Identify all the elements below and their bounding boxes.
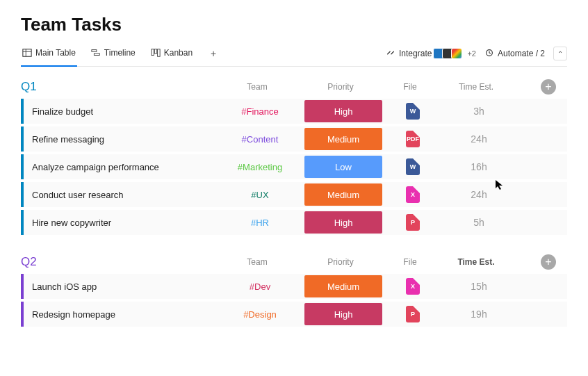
table-row[interactable]: Refine messaging#ContentMediumPDF24h xyxy=(21,126,567,152)
add-row-button[interactable]: + xyxy=(541,254,556,270)
task-name-cell[interactable]: Redesign homepage xyxy=(24,302,218,327)
column-header-file[interactable]: File xyxy=(382,82,438,92)
priority-pill: Medium xyxy=(304,183,382,206)
group-header: Q1TeamPriorityFileTime Est.+ xyxy=(21,76,567,99)
kanban-icon xyxy=(151,48,161,58)
table-row[interactable]: Analyze campaign performance#MarketingLo… xyxy=(21,154,567,179)
time-est-cell[interactable]: 24h xyxy=(441,182,517,207)
table-row[interactable]: Hire new copywriter#HRHighP5h xyxy=(21,210,567,235)
group-name[interactable]: Q1 xyxy=(21,80,215,94)
column-header-priority[interactable]: Priority xyxy=(299,82,382,92)
integrate-button[interactable]: Integrate +2 xyxy=(386,48,476,60)
integration-extra-count: +2 xyxy=(467,49,476,58)
priority-cell[interactable]: High xyxy=(302,99,385,124)
task-name-cell[interactable]: Analyze campaign performance xyxy=(24,154,218,179)
automate-button[interactable]: Automate / 2 xyxy=(484,48,545,60)
time-est-cell[interactable]: 3h xyxy=(441,99,517,124)
integrate-icon xyxy=(386,48,395,60)
task-name-cell[interactable]: Hire new copywriter xyxy=(24,210,218,235)
column-header-time-est[interactable]: Time Est. xyxy=(438,82,514,92)
column-header-team[interactable]: Team xyxy=(215,82,299,92)
file-cell[interactable]: P xyxy=(385,302,441,327)
file-icon: X xyxy=(406,186,420,203)
team-cell[interactable]: #Marketing xyxy=(218,154,302,179)
task-name-cell[interactable]: Refine messaging xyxy=(24,126,218,152)
file-icon: P xyxy=(406,214,420,231)
task-name-cell[interactable]: Finalize budget xyxy=(24,99,218,124)
table-row[interactable]: Redesign homepage#DesignHighP19h xyxy=(21,302,567,327)
task-name-cell[interactable]: Launch iOS app xyxy=(24,274,218,299)
table-row[interactable]: Finalize budget#FinanceHighW3h xyxy=(21,99,567,124)
svg-rect-5 xyxy=(152,49,154,56)
column-header-file[interactable]: File xyxy=(382,257,438,267)
file-icon: PDF xyxy=(406,131,420,147)
file-cell[interactable]: W xyxy=(385,99,441,124)
chevron-up-icon: ⌃ xyxy=(557,50,563,58)
toolbar: Main Table Timeline Kanban + xyxy=(21,45,567,67)
priority-cell[interactable]: Medium xyxy=(302,126,385,152)
file-cell[interactable]: W xyxy=(385,154,441,179)
tab-label: Timeline xyxy=(104,48,136,58)
add-row-button[interactable]: + xyxy=(541,79,556,95)
column-header-team[interactable]: Team xyxy=(215,257,299,267)
view-tabs: Main Table Timeline Kanban + xyxy=(21,45,220,62)
file-icon: W xyxy=(406,103,420,120)
table-row[interactable]: Launch iOS app#DevMediumX15h xyxy=(21,274,567,299)
time-est-cell[interactable]: 24h xyxy=(441,126,517,152)
svg-rect-3 xyxy=(92,50,97,52)
group: Q2TeamPriorityFileTime Est.+Launch iOS a… xyxy=(21,252,567,327)
row-end-cell xyxy=(517,182,559,207)
priority-cell[interactable]: Low xyxy=(302,154,385,179)
team-cell[interactable]: #Content xyxy=(218,126,302,152)
row-end-cell xyxy=(517,99,559,124)
svg-rect-6 xyxy=(154,49,157,54)
team-cell[interactable]: #Design xyxy=(218,302,302,327)
right-tools: Integrate +2 Automate / 2 ⌃ xyxy=(386,47,567,60)
tab-timeline[interactable]: Timeline xyxy=(90,45,137,62)
team-cell[interactable]: #Dev xyxy=(218,274,302,299)
file-cell[interactable]: PDF xyxy=(385,126,441,152)
svg-rect-4 xyxy=(94,54,99,56)
timeline-icon xyxy=(91,48,101,58)
team-cell[interactable]: #UX xyxy=(218,182,302,207)
collapse-button[interactable]: ⌃ xyxy=(553,47,567,60)
file-cell[interactable]: X xyxy=(385,274,441,299)
tab-main-table[interactable]: Main Table xyxy=(21,45,77,62)
time-est-cell[interactable]: 16h xyxy=(441,154,517,179)
row-end-cell xyxy=(517,302,559,327)
row-end-cell xyxy=(517,210,559,235)
team-cell[interactable]: #Finance xyxy=(218,99,302,124)
group-rows: Launch iOS app#DevMediumX15hRedesign hom… xyxy=(21,274,567,327)
tab-kanban[interactable]: Kanban xyxy=(149,45,194,62)
priority-pill: Low xyxy=(304,156,382,178)
time-est-cell[interactable]: 15h xyxy=(441,274,517,299)
group-name[interactable]: Q2 xyxy=(21,255,215,269)
task-name-cell[interactable]: Conduct user research xyxy=(24,182,218,207)
file-cell[interactable]: P xyxy=(385,210,441,235)
column-header-time-est[interactable]: Time Est. xyxy=(438,257,514,267)
integrate-label: Integrate xyxy=(399,49,432,58)
time-est-cell[interactable]: 19h xyxy=(441,302,517,327)
team-cell[interactable]: #HR xyxy=(218,210,302,235)
plus-icon: + xyxy=(545,256,551,268)
column-header-priority[interactable]: Priority xyxy=(299,257,382,267)
table-row[interactable]: Conduct user research#UXMediumX24h xyxy=(21,182,567,207)
priority-pill: Medium xyxy=(304,275,382,297)
priority-cell[interactable]: High xyxy=(302,210,385,235)
priority-pill: High xyxy=(304,303,382,325)
time-est-cell[interactable]: 5h xyxy=(441,210,517,235)
integration-badges xyxy=(435,48,462,59)
svg-rect-0 xyxy=(23,49,31,57)
row-end-cell xyxy=(517,274,559,299)
group: Q1TeamPriorityFileTime Est.+Finalize bud… xyxy=(21,76,567,235)
priority-cell[interactable]: High xyxy=(302,302,385,327)
priority-pill: High xyxy=(304,100,382,122)
svg-rect-7 xyxy=(157,49,160,57)
priority-cell[interactable]: Medium xyxy=(302,182,385,207)
file-cell[interactable]: X xyxy=(385,182,441,207)
tab-label: Main Table xyxy=(35,48,76,58)
add-view-button[interactable]: + xyxy=(206,47,220,60)
row-end-cell xyxy=(517,126,559,152)
automate-label: Automate / 2 xyxy=(498,49,545,58)
priority-cell[interactable]: Medium xyxy=(302,274,385,299)
